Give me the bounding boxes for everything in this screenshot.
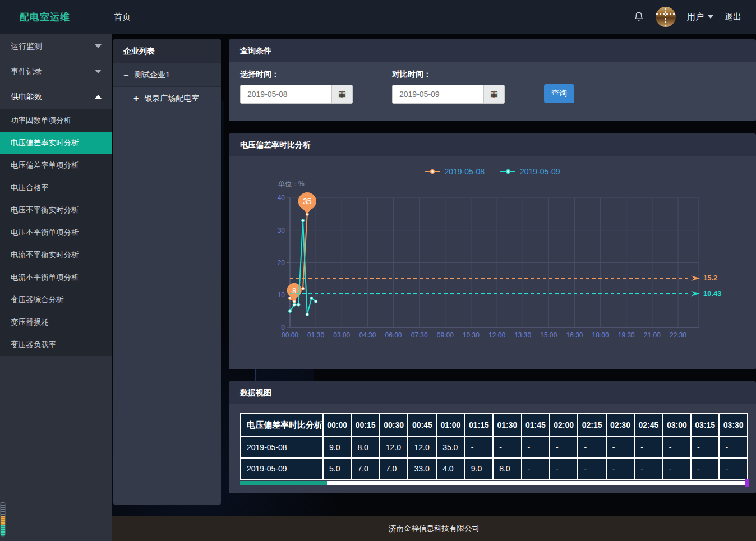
table-cell: -: [550, 437, 578, 458]
table-cell: -: [493, 437, 521, 458]
query-panel-body: 选择时间： ▦ 对比时间： ▦ 查询: [229, 62, 756, 121]
table-row: 2019-05-095.07.07.033.04.09.08.0--------: [241, 458, 748, 479]
table-cell: -: [634, 458, 662, 479]
sidebar-submenu-item[interactable]: 电压偏差率实时分析: [0, 132, 112, 154]
query-conditions-panel: 查询条件 选择时间： ▦ 对比时间： ▦ 查询: [229, 39, 756, 121]
sidebar-submenu-item[interactable]: 变压器综合分析: [0, 289, 112, 311]
select-time-field-group: 选择时间： ▦: [240, 70, 353, 104]
svg-text:0: 0: [281, 323, 285, 331]
table-time-header: 02:45: [634, 413, 662, 437]
table-cell: 8.0: [351, 437, 379, 458]
legend-label: 2019-05-09: [520, 167, 560, 176]
table-time-header: 01:00: [436, 413, 465, 437]
enterprise-item-label: 测试企业1: [134, 70, 170, 80]
table-cell: -: [663, 437, 691, 458]
svg-text:16:30: 16:30: [566, 331, 583, 339]
table-row-label: 2019-05-09: [241, 458, 323, 479]
voltage-deviation-line-chart: 01020304000:0001:3003:0004:3006:0007:300…: [229, 156, 756, 369]
svg-text:12:00: 12:00: [488, 331, 505, 339]
expand-plus-icon[interactable]: +: [133, 94, 139, 104]
user-menu-label: 用户: [687, 12, 704, 22]
svg-text:01:30: 01:30: [307, 331, 324, 339]
table-horizontal-scrollbar[interactable]: [240, 481, 748, 485]
table-cell: -: [606, 458, 634, 479]
table-corner-header: 电压偏差率时比分析: [241, 413, 323, 437]
legend-item[interactable]: 2019-05-09: [500, 167, 560, 176]
table-time-header: 00:30: [380, 413, 408, 437]
table-cell: -: [578, 458, 606, 479]
sidebar-group-operation-monitoring[interactable]: 运行监测: [0, 34, 112, 59]
table-header-row: 电压偏差率时比分析00:0000:1500:3000:4501:0001:150…: [241, 413, 748, 437]
scrollbar-corner: [745, 479, 749, 487]
sidebar-group-event-records[interactable]: 事件记录: [0, 59, 112, 84]
chevron-down-icon: [95, 70, 102, 73]
sidebar-group-label: 运行监测: [11, 41, 42, 52]
notification-bell-icon[interactable]: [633, 11, 644, 22]
table-cell: -: [522, 437, 550, 458]
app-title[interactable]: 配电室运维: [20, 11, 70, 24]
logout-button[interactable]: 退出: [725, 12, 741, 22]
sidebar-submenu-item[interactable]: 电压偏差率单项分析: [0, 154, 112, 177]
sidebar-submenu-item[interactable]: 电压不平衡单项分析: [0, 221, 112, 244]
enterprise-tree-item-room[interactable]: + 银泉广场配电室: [113, 87, 221, 110]
select-time-input[interactable]: [241, 85, 331, 103]
navbar-right-section: 用户 退出: [633, 7, 741, 27]
table-cell: -: [719, 458, 748, 479]
compare-time-input-group: ▦: [392, 85, 505, 104]
user-menu[interactable]: 用户: [687, 12, 713, 22]
legend-label: 2019-05-08: [444, 167, 485, 176]
table-time-header: 02:00: [550, 413, 578, 437]
nav-home-link[interactable]: 首页: [114, 12, 131, 22]
legend-marker-icon: [500, 171, 515, 172]
sidebar-submenu-item[interactable]: 电流不平衡实时分析: [0, 244, 112, 266]
sidebar-submenu-item[interactable]: 变压器负载率: [0, 334, 112, 356]
table-time-header: 01:15: [465, 413, 493, 437]
calendar-icon[interactable]: ▦: [483, 85, 504, 103]
table-cell: 7.0: [351, 458, 379, 479]
sidebar-submenu-item[interactable]: 电流不平衡单项分析: [0, 266, 112, 289]
svg-text:22:30: 22:30: [670, 331, 686, 339]
svg-text:10: 10: [278, 291, 285, 299]
table-time-header: 01:30: [493, 413, 521, 437]
table-time-header: 03:00: [663, 413, 691, 437]
table-cell: 4.0: [436, 458, 465, 479]
table-clip-container: 电压偏差率时比分析00:0000:1500:3000:4501:0001:150…: [240, 413, 748, 480]
table-cell: 33.0: [408, 458, 436, 479]
company-name: 济南金梓信息科技有限公司: [389, 524, 480, 534]
svg-text:19:30: 19:30: [618, 331, 635, 339]
select-time-input-group: ▦: [240, 85, 353, 104]
legend-marker-icon: [425, 171, 440, 172]
legend-item[interactable]: 2019-05-08: [425, 167, 485, 176]
enterprise-panel-title: 企业列表: [113, 39, 221, 63]
chevron-down-icon: [708, 15, 713, 19]
sidebar-group-label: 事件记录: [11, 67, 42, 77]
calendar-icon[interactable]: ▦: [331, 85, 352, 103]
svg-text:单位：%: 单位：%: [278, 180, 305, 188]
scrollbar-thumb[interactable]: [240, 481, 327, 485]
sidebar-submenu-item[interactable]: 电压不平衡实时分析: [0, 199, 112, 221]
table-time-header: 00:00: [323, 413, 351, 437]
sidebar-submenu-item[interactable]: 功率因数单项分析: [0, 109, 112, 132]
search-button[interactable]: 查询: [544, 84, 574, 103]
table-cell: -: [663, 458, 691, 479]
query-panel-title: 查询条件: [229, 39, 756, 62]
sidebar-group-power-efficiency[interactable]: 供电能效: [0, 84, 112, 109]
svg-text:03:00: 03:00: [333, 331, 350, 339]
svg-text:21:00: 21:00: [644, 331, 661, 339]
sidebar-submenu-item[interactable]: 变压器损耗: [0, 311, 112, 334]
table-cell: -: [465, 437, 493, 458]
chart-panel-title: 电压偏差率时比分析: [229, 133, 756, 156]
gauge-orange-segment: [1, 516, 5, 525]
table-cell: 5.0: [323, 458, 351, 479]
enterprise-tree-item-company[interactable]: − 测试企业1: [113, 63, 221, 87]
table-time-header: 02:30: [606, 413, 634, 437]
table-time-header: 00:15: [351, 413, 379, 437]
collapse-minus-icon[interactable]: −: [123, 70, 128, 80]
sidebar-submenu-item[interactable]: 电压合格率: [0, 177, 112, 199]
table-cell: 35.0: [436, 437, 465, 458]
user-avatar[interactable]: [656, 7, 676, 27]
svg-text:00:00: 00:00: [282, 331, 298, 339]
legend-dot-icon: [506, 169, 510, 174]
compare-time-input[interactable]: [393, 85, 483, 103]
svg-text:10:30: 10:30: [463, 331, 480, 339]
